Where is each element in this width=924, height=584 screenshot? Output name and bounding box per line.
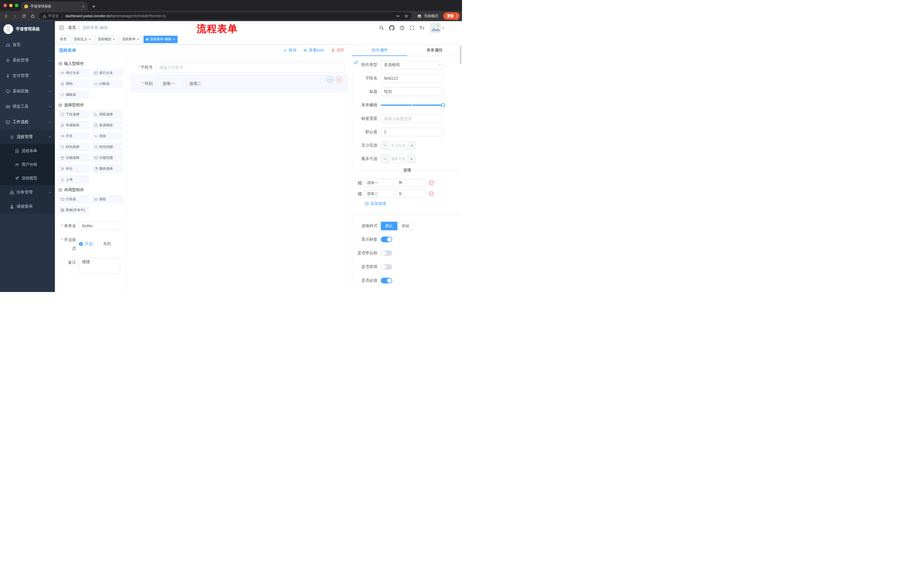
palette-item-cascader[interactable]: 级联选择 [92, 110, 123, 118]
drag-handle-icon[interactable] [357, 181, 362, 186]
form-grid-slider[interactable] [381, 101, 444, 109]
save-button[interactable]: 保存 [283, 48, 297, 53]
sidebar-item-devtools[interactable]: 研发工具 [0, 99, 55, 114]
github-button[interactable] [389, 25, 394, 31]
option-value-input[interactable] [396, 179, 426, 187]
tab-close-icon[interactable]: × [82, 4, 85, 8]
phone-input[interactable] [156, 62, 345, 72]
security-label[interactable]: 不安全 [48, 14, 59, 18]
field-name-input[interactable] [381, 74, 444, 82]
zoom-window-button[interactable] [15, 4, 18, 7]
palette-item-button[interactable]: 按钮 [92, 195, 123, 203]
gender-option-one-checkbox[interactable]: 选项一 [156, 81, 174, 86]
drag-handle-icon[interactable] [357, 191, 362, 196]
add-option-button[interactable]: 添加选项 [365, 201, 386, 206]
search-button[interactable] [379, 25, 384, 30]
password-key-button[interactable] [396, 14, 400, 18]
breadcrumb-home[interactable]: 首页 [68, 25, 76, 30]
decrease-button[interactable]: − [381, 155, 389, 163]
palette-item-radio-group[interactable]: 单选框组 [58, 121, 89, 129]
close-window-button[interactable] [3, 4, 7, 7]
slider-handle[interactable] [441, 103, 445, 107]
sidebar-item-process-model[interactable]: 流程模型 [0, 171, 55, 185]
sidebar-item-process-form[interactable]: 流程表单 [0, 144, 55, 158]
new-tab-button[interactable]: + [92, 4, 96, 10]
copy-component-button[interactable] [327, 77, 333, 83]
increase-button[interactable]: + [408, 141, 416, 150]
palette-item-row-container[interactable]: 行容器 [58, 195, 89, 203]
show-label-toggle[interactable] [381, 237, 392, 242]
component-type-select[interactable]: 多选框组 [381, 61, 444, 69]
scrollbar-thumb[interactable] [460, 46, 462, 64]
label-width-input[interactable] [381, 114, 444, 123]
font-size-button[interactable] [419, 26, 425, 30]
style-default-button[interactable]: 默认 [381, 222, 398, 230]
forward-button[interactable] [11, 12, 18, 20]
option-value-input[interactable] [396, 190, 426, 198]
tag-home[interactable]: 首页 [57, 36, 69, 43]
palette-item-editor[interactable]: 编辑器 [58, 90, 89, 99]
reload-button[interactable] [20, 12, 28, 20]
sidebar-item-leave-query[interactable]: 请假查询 [0, 199, 55, 214]
palette-item-date-picker[interactable]: 日期选择 [58, 154, 89, 162]
clear-button[interactable]: 清空 [331, 48, 345, 53]
gender-option-two-checkbox[interactable]: 选项二 [183, 81, 201, 86]
fullscreen-button[interactable] [410, 25, 414, 30]
sidebar-item-home[interactable]: 首页 [0, 37, 55, 53]
default-value-input[interactable] [381, 128, 444, 136]
remark-textarea[interactable]: 嘿嘿 [79, 258, 120, 273]
sidebar-item-system[interactable]: 系统管理 [0, 53, 55, 68]
back-button[interactable] [2, 12, 10, 20]
option-name-input[interactable] [364, 190, 394, 198]
sidebar-item-task-management[interactable]: 任务管理 [0, 185, 55, 199]
border-toggle[interactable] [381, 250, 392, 256]
gender-field-row-selected[interactable]: 性别 选项一 选项二 [130, 74, 348, 92]
tab-form-properties[interactable]: 表单属性 [407, 44, 462, 56]
remove-option-button[interactable] [429, 191, 434, 196]
palette-item-rate[interactable]: 评分 [58, 165, 89, 173]
stepper-placeholder[interactable]: 至少应选 [389, 141, 408, 150]
phone-field-row[interactable]: 手机号 [130, 61, 348, 74]
status-open-radio[interactable]: 开启 [79, 242, 92, 247]
sidebar-item-payment[interactable]: 支付管理 [0, 68, 55, 84]
link-icon[interactable] [354, 60, 358, 65]
tag-process-model[interactable]: 流程模型 × [95, 36, 118, 43]
palette-item-upload[interactable]: 上传 [58, 175, 89, 183]
palette-item-time-range[interactable]: 时间范围 [92, 143, 123, 151]
palette-item-time-picker[interactable]: 时间选择 [58, 143, 89, 151]
style-button-button[interactable]: 按钮 [398, 222, 414, 230]
url-bar[interactable]: 不安全 dashboard.yudao.iocoder.cn/bpm/manag… [39, 12, 412, 20]
palette-item-select[interactable]: 下拉选择 [58, 110, 89, 118]
status-closed-radio[interactable]: 关闭 [97, 242, 111, 247]
sidebar-item-infra[interactable]: 基础设施 [0, 84, 55, 99]
palette-item-table[interactable]: 表格[开发中] [58, 206, 89, 214]
slider-track[interactable] [381, 105, 444, 106]
disabled-toggle[interactable] [381, 264, 392, 270]
form-name-input[interactable] [79, 221, 120, 230]
help-button[interactable] [400, 25, 404, 30]
sidebar-item-workflow[interactable]: 工作流程 [0, 114, 55, 130]
tag-close-icon[interactable]: × [113, 38, 115, 41]
palette-item-color-picker[interactable]: 颜色选择 [92, 165, 123, 173]
increase-button[interactable]: + [408, 155, 416, 163]
browser-menu-icon[interactable] [456, 14, 457, 18]
toolbar-chevron-icon[interactable] [455, 18, 458, 21]
palette-item-multi-text[interactable]: 多行文本 [92, 69, 123, 77]
tag-close-icon[interactable]: × [173, 38, 175, 41]
option-name-input[interactable] [364, 179, 394, 187]
tag-close-icon[interactable]: × [89, 38, 91, 41]
palette-item-slider[interactable]: 滑块 [92, 132, 123, 140]
remove-option-button[interactable] [429, 180, 434, 186]
user-avatar-menu[interactable] [430, 22, 444, 33]
home-button[interactable] [29, 12, 36, 20]
collapse-sidebar-button[interactable] [55, 25, 68, 30]
tag-process-form-edit[interactable]: 流程表单-编辑 × [144, 36, 178, 43]
required-toggle[interactable] [381, 278, 392, 283]
view-json-button[interactable]: 查看json [303, 48, 324, 53]
sidebar-item-process-management[interactable]: 流程管理 [0, 130, 55, 144]
tag-process-definition[interactable]: 流程定义 × [71, 36, 94, 43]
minimize-window-button[interactable] [9, 4, 13, 7]
decrease-button[interactable]: − [381, 141, 389, 150]
delete-component-button[interactable] [336, 77, 342, 83]
palette-item-counter[interactable]: 计数器 [92, 80, 123, 88]
